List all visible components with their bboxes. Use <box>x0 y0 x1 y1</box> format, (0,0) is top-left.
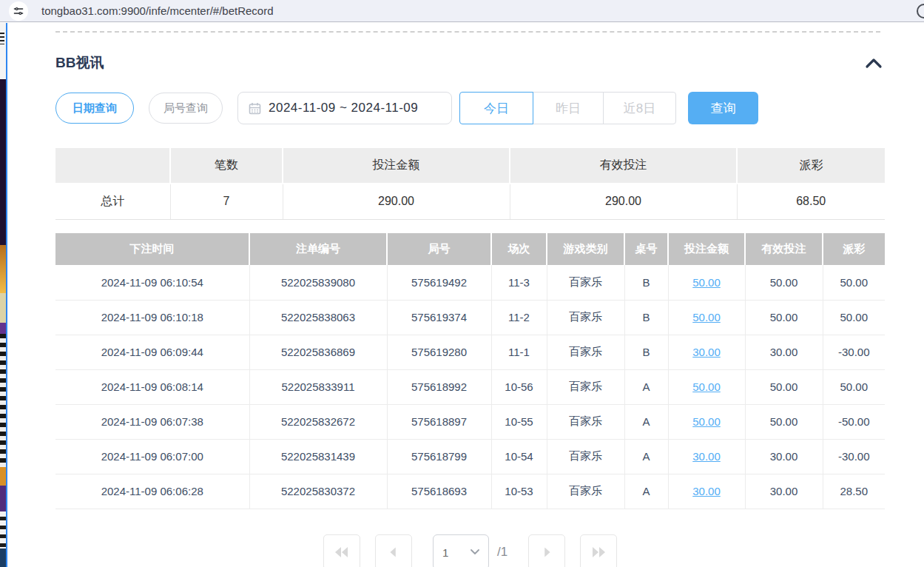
page-left-border <box>6 23 7 567</box>
bet-id-cell: 522025838063 <box>249 300 387 335</box>
browser-url-bar[interactable]: tongbao31.com:9900/infe/mcenter/#/betRec… <box>0 0 924 22</box>
round-id-cell: 575618897 <box>387 404 491 439</box>
round-id-cell: 575618693 <box>387 474 491 509</box>
payout-cell: -50.00 <box>823 404 885 439</box>
bet-amount-cell: 50.00 <box>668 369 745 404</box>
game-type-cell: 百家乐 <box>547 369 624 404</box>
pagination: 1 /1 <box>55 534 885 567</box>
bet-amount-cell: 50.00 <box>668 404 745 439</box>
round-id-cell: 575619280 <box>387 335 491 369</box>
next-page-button[interactable] <box>528 534 565 567</box>
table-row: 2024-11-09 06:07:38522025832672575618897… <box>55 404 885 439</box>
bet-amount-cell: 50.00 <box>668 300 745 335</box>
payout-cell: 50.00 <box>823 265 885 300</box>
panel-title: BB视讯 <box>55 53 104 73</box>
current-page-value: 1 <box>442 546 448 559</box>
background-page-sliver <box>0 23 6 567</box>
table-row: 2024-11-09 06:09:44522025836869575619280… <box>55 335 885 369</box>
sliver-segment <box>0 323 6 334</box>
address-bar-url[interactable]: tongbao31.com:9900/infe/mcenter/#/betRec… <box>41 4 274 17</box>
table-no-cell: A <box>624 474 668 509</box>
sliver-segment <box>0 334 6 467</box>
quick-range-last8days[interactable]: 近8日 <box>603 92 676 124</box>
bet-table-header-row: 下注时间注单编号局号场次游戏类别桌号投注金额有效投注派彩 <box>55 233 885 265</box>
summary-header-valid-bet: 有效投注 <box>510 148 737 184</box>
bet-amount-link[interactable]: 30.00 <box>692 450 721 463</box>
last-page-button[interactable] <box>580 534 617 567</box>
bet-amount-link[interactable]: 50.00 <box>692 276 721 289</box>
sliver-segment <box>0 293 6 323</box>
bet-time-cell: 2024-11-09 06:10:54 <box>55 265 249 300</box>
payout-cell: 50.00 <box>823 300 885 335</box>
game-type-cell: 百家乐 <box>547 474 624 509</box>
site-permissions-icon[interactable] <box>9 1 28 21</box>
column-header-payout: 派彩 <box>823 233 885 265</box>
bet-time-cell: 2024-11-09 06:07:00 <box>55 439 249 474</box>
bet-time-cell: 2024-11-09 06:08:14 <box>55 369 249 404</box>
total-pages-label: /1 <box>497 534 507 567</box>
game-type-cell: 百家乐 <box>547 265 624 300</box>
table-row: 2024-11-09 06:06:28522025830372575618693… <box>55 474 885 509</box>
summary-total-row: 总计 7 290.00 290.00 68.50 <box>55 184 885 219</box>
bet-amount-link[interactable]: 50.00 <box>692 311 721 323</box>
summary-total-valid-bet: 290.00 <box>510 184 737 219</box>
table-row: 2024-11-09 06:07:00522025831439575618799… <box>55 439 885 474</box>
column-header-round-id: 局号 <box>387 233 491 265</box>
bet-amount-cell: 50.00 <box>668 265 745 300</box>
page-select[interactable]: 1 <box>433 534 489 567</box>
column-header-game-type: 游戏类别 <box>547 233 624 265</box>
valid-bet-cell: 30.00 <box>745 474 823 509</box>
bet-time-cell: 2024-11-09 06:10:18 <box>55 300 249 335</box>
bet-time-cell: 2024-11-09 06:06:28 <box>55 474 249 509</box>
bet-amount-cell: 30.00 <box>668 439 745 474</box>
collapse-panel-button[interactable] <box>863 54 885 72</box>
bet-amount-link[interactable]: 50.00 <box>692 415 721 428</box>
chevron-up-icon <box>864 56 883 70</box>
summary-total-count: 7 <box>170 184 283 219</box>
round-id-cell: 575618799 <box>387 439 491 474</box>
bet-amount-link[interactable]: 30.00 <box>692 346 721 358</box>
bet-amount-cell: 30.00 <box>668 474 745 509</box>
sliver-segment <box>0 548 6 567</box>
column-header-bet-time: 下注时间 <box>55 233 249 265</box>
table-no-cell: A <box>624 369 668 404</box>
bet-time-cell: 2024-11-09 06:09:44 <box>55 335 249 369</box>
column-header-bet-id: 注单编号 <box>249 233 387 265</box>
summary-header-payout: 派彩 <box>737 148 885 184</box>
tab-round-query[interactable]: 局号查询 <box>149 93 223 124</box>
chevron-down-icon <box>471 549 479 555</box>
valid-bet-cell: 50.00 <box>745 404 823 439</box>
bet-id-cell: 522025836869 <box>249 335 387 369</box>
valid-bet-cell: 30.00 <box>745 335 823 369</box>
session-cell: 10-56 <box>491 369 547 404</box>
quick-range-yesterday[interactable]: 昨日 <box>533 92 604 124</box>
date-range-value: 2024-11-09 ~ 2024-11-09 <box>269 101 418 115</box>
summary-total-label: 总计 <box>55 184 170 219</box>
table-no-cell: A <box>624 404 668 439</box>
payout-cell: -30.00 <box>823 335 885 369</box>
bet-amount-link[interactable]: 50.00 <box>692 380 721 393</box>
bet-amount-link[interactable]: 30.00 <box>692 485 721 497</box>
chevron-right-icon <box>539 544 555 560</box>
summary-corner-cell <box>55 148 170 184</box>
column-header-table-no: 桌号 <box>624 233 668 265</box>
table-row: 2024-11-09 06:10:54522025839080575619492… <box>55 265 885 300</box>
bet-id-cell: 522025830372 <box>249 474 387 509</box>
sliver-segment <box>0 511 6 548</box>
date-range-input[interactable]: 2024-11-09 ~ 2024-11-09 <box>237 92 452 124</box>
summary-header-row: 笔数 投注金额 有效投注 派彩 <box>55 148 885 184</box>
first-page-button[interactable] <box>323 534 360 567</box>
prev-page-button[interactable] <box>375 534 412 567</box>
search-button[interactable]: 查询 <box>688 92 758 124</box>
bet-table-body: 2024-11-09 06:10:54522025839080575619492… <box>55 265 885 509</box>
round-id-cell: 575618992 <box>387 369 491 404</box>
session-cell: 10-53 <box>491 474 547 509</box>
summary-table: 笔数 投注金额 有效投注 派彩 总计 7 290.00 290.00 68.50 <box>55 148 885 220</box>
quick-range-today[interactable]: 今日 <box>459 92 533 124</box>
game-type-cell: 百家乐 <box>547 335 624 369</box>
double-chevron-left-icon <box>333 543 351 561</box>
bet-id-cell: 522025833911 <box>249 369 387 404</box>
column-header-bet-amount: 投注金额 <box>668 233 745 265</box>
tab-date-query[interactable]: 日期查询 <box>55 93 134 124</box>
sliver-segment <box>0 486 6 511</box>
